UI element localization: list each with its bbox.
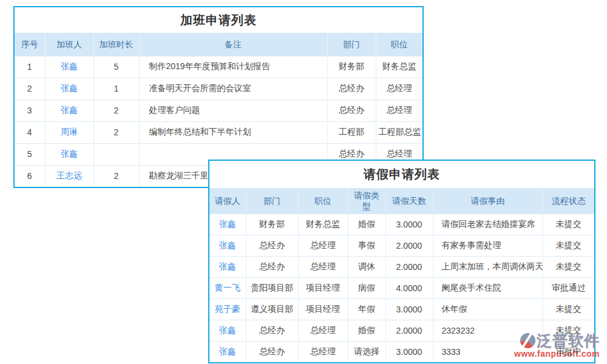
overtime-cell-dept: 工程部 [327, 121, 376, 143]
leave-cell-name-link[interactable]: 张鑫 [209, 320, 246, 341]
leave-column-header: 部门 [246, 188, 298, 214]
leave-column-header: 请假事由 [433, 188, 543, 214]
overtime-cell-position: 财务总监 [376, 56, 422, 78]
fanpu-logo-icon [520, 333, 535, 348]
overtime-cell-dept: 总经办 [327, 99, 376, 121]
status-text: 审批通过 [552, 283, 586, 292]
leave-table-row: 张鑫 总经办 总经理 调休 2.0000 上周末加班，本周调休两天 未提交 [209, 256, 594, 277]
leave-column-header: 职位 [298, 188, 348, 214]
leave-cell-days: 2.0000 [385, 256, 433, 277]
overtime-cell-remark: 编制年终总结和下半年计划 [139, 121, 327, 143]
leave-header-row: 请假人部门职位请假类型请假天数请假事由流程状态 [209, 188, 594, 214]
leave-cell-dept: 遵义项目部 [246, 298, 298, 320]
leave-cell-position: 总经理 [298, 256, 348, 277]
leave-cell-days: 2.0000 [385, 320, 433, 341]
overtime-cell-seq: 4 [15, 121, 45, 143]
overtime-cell-hours: 2 [93, 165, 139, 187]
leave-cell-type: 事假 [348, 235, 385, 256]
leave-cell-type: 请选择 [348, 341, 385, 362]
status-text: 未提交 [556, 240, 582, 250]
overtime-cell-seq: 3 [15, 99, 45, 121]
leave-cell-name-link[interactable]: 张鑫 [209, 235, 246, 256]
leave-column-header: 流程状态 [543, 188, 594, 214]
overtime-header-row: 序号加班人加班时长备注部门职位 [15, 33, 422, 56]
overtime-cell-name-link[interactable]: 张鑫 [45, 99, 93, 121]
leave-cell-reason: 休年假 [433, 298, 543, 320]
overtime-cell-remark: 准备明天开会所需的会议室 [139, 78, 327, 99]
overtime-cell-seq: 1 [15, 56, 45, 78]
leave-table-row: 张鑫 总经办 总经理 事假 2.0000 有家务事需处理 未提交 [209, 235, 594, 256]
leave-cell-name-link[interactable]: 张鑫 [209, 214, 246, 235]
leave-cell-position: 项目经理 [298, 277, 348, 298]
overtime-cell-remark: 制作2019年年度预算和计划报告 [139, 56, 327, 78]
leave-cell-reason: 上周末加班，本周调休两天 [433, 256, 543, 277]
leave-cell-reason: 请假回老家去结婚摆宴席 [433, 214, 543, 235]
overtime-cell-position: 工程部总监 [376, 121, 422, 143]
overtime-cell-hours: 1 [93, 78, 139, 99]
overtime-cell-position: 总经理 [376, 99, 422, 121]
leave-cell-days: 3.0000 [385, 298, 433, 320]
overtime-table-row: 2 张鑫 1 准备明天开会所需的会议室 总经办 总经理 [15, 78, 422, 99]
leave-cell-name-link[interactable]: 苑子豪 [209, 298, 246, 320]
overtime-cell-dept: 财务部 [327, 56, 376, 78]
leave-table-row: 黄一飞 贵阳项目部 项目经理 病假 4.0000 阑尾炎手术住院 审批通过 [209, 277, 594, 298]
overtime-cell-position: 总经理 [376, 78, 422, 99]
leave-cell-type: 调休 [348, 256, 385, 277]
leave-cell-status: 未提交 [543, 214, 594, 235]
leave-column-header: 请假天数 [385, 188, 433, 214]
leave-cell-status: 审批通过 [543, 277, 594, 298]
leave-cell-name-link[interactable]: 张鑫 [209, 256, 246, 277]
overtime-column-header: 序号 [15, 33, 45, 56]
overtime-column-header: 职位 [376, 33, 422, 56]
leave-cell-dept: 总经办 [246, 320, 298, 341]
leave-cell-position: 总经理 [298, 235, 348, 256]
leave-cell-name-link[interactable]: 黄一飞 [209, 277, 246, 298]
overtime-cell-name-link[interactable]: 王志远 [45, 165, 93, 187]
overtime-cell-hours: 2 [93, 121, 139, 143]
leave-cell-type: 年假 [348, 298, 385, 320]
overtime-cell-dept: 总经办 [327, 78, 376, 99]
leave-cell-dept: 财务部 [246, 214, 298, 235]
leave-cell-position: 财务总监 [298, 214, 348, 235]
leave-cell-dept: 贵阳项目部 [246, 277, 298, 298]
leave-cell-reason: 有家务事需处理 [433, 235, 543, 256]
status-text: 未提交 [556, 304, 582, 314]
overtime-table-row: 3 张鑫 2 处理客户问题 总经办 总经理 [15, 99, 422, 121]
leave-table-row: 张鑫 财务部 财务总监 婚假 3.0000 请假回老家去结婚摆宴席 未提交 [209, 214, 594, 235]
status-text: 未提交 [556, 261, 582, 271]
leave-cell-type: 婚假 [348, 214, 385, 235]
leave-cell-status: 未提交 [543, 235, 594, 256]
overtime-list-title: 加班申请列表 [15, 7, 422, 33]
leave-column-header: 请假人 [209, 188, 246, 214]
leave-cell-status: 未提交 [543, 256, 594, 277]
status-text: 未提交 [556, 325, 582, 335]
leave-cell-dept: 总经办 [246, 341, 298, 362]
overtime-cell-seq: 5 [15, 143, 45, 165]
overtime-cell-seq: 2 [15, 78, 45, 99]
overtime-table-row: 4 周琳 2 编制年终总结和下半年计划 工程部 工程部总监 [15, 121, 422, 143]
leave-list-title: 请假申请列表 [209, 161, 594, 188]
leave-cell-reason: 阑尾炎手术住院 [433, 277, 543, 298]
leave-cell-days: 3.0000 [385, 214, 433, 235]
overtime-table-row: 1 张鑫 5 制作2019年年度预算和计划报告 财务部 财务总监 [15, 56, 422, 78]
overtime-column-header: 部门 [327, 33, 376, 56]
leave-cell-dept: 总经办 [246, 256, 298, 277]
overtime-column-header: 加班人 [45, 33, 93, 56]
overtime-cell-name-link[interactable]: 张鑫 [45, 143, 93, 165]
overtime-cell-name-link[interactable]: 张鑫 [45, 78, 93, 99]
overtime-cell-hours: 2 [93, 99, 139, 121]
overtime-cell-name-link[interactable]: 张鑫 [45, 56, 93, 78]
leave-cell-position: 总经理 [298, 320, 348, 341]
overtime-cell-hours: 5 [93, 56, 139, 78]
leave-cell-days: 2.0000 [385, 235, 433, 256]
overtime-cell-name-link[interactable]: 周琳 [45, 121, 93, 143]
status-text: 审批中 [556, 346, 582, 356]
leave-cell-type: 婚假 [348, 320, 385, 341]
leave-cell-position: 项目经理 [298, 298, 348, 320]
leave-cell-name-link[interactable]: 张鑫 [209, 341, 246, 362]
leave-cell-position: 总经理 [298, 341, 348, 362]
leave-cell-status: 未提交 [543, 298, 594, 320]
leave-table-row: 苑子豪 遵义项目部 项目经理 年假 3.0000 休年假 未提交 [209, 298, 594, 320]
overtime-cell-seq: 6 [15, 165, 45, 187]
overtime-cell-remark: 处理客户问题 [139, 99, 327, 121]
